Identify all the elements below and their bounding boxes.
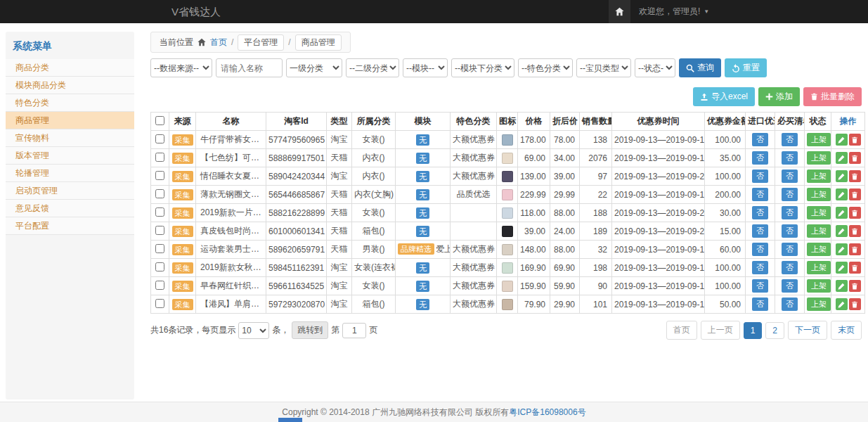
sidebar-item-module-goods-category[interactable]: 模块商品分类 (6, 77, 134, 94)
sidebar-item-feature-category[interactable]: 特色分类 (6, 94, 134, 112)
delete-button[interactable] (849, 243, 861, 255)
row-checkbox[interactable] (155, 299, 164, 308)
filter-item-type-select[interactable]: --宝贝类型-- (576, 58, 631, 77)
must-buy-toggle-button[interactable]: 否 (782, 133, 798, 146)
row-checkbox[interactable] (155, 226, 164, 235)
product-name[interactable]: 牛仔背带裤女秋装减龄... (196, 131, 266, 149)
status-button[interactable]: 上架 (807, 261, 831, 274)
row-checkbox[interactable] (155, 134, 164, 143)
import-toggle-button[interactable]: 否 (752, 298, 768, 311)
must-buy-toggle-button[interactable]: 否 (782, 151, 798, 165)
status-button[interactable]: 上架 (807, 170, 831, 183)
filter-status-select[interactable]: --状态-- (635, 58, 675, 77)
filter-level1-select[interactable]: 一级分类 (286, 58, 342, 77)
jump-page-input[interactable] (342, 323, 366, 338)
pager-button-prev[interactable]: 上一页 (701, 321, 740, 340)
sidebar-item-feedback[interactable]: 意见反馈 (6, 200, 134, 217)
import-toggle-button[interactable]: 否 (752, 243, 768, 256)
pager-button-last[interactable]: 末页 (831, 321, 862, 340)
must-buy-toggle-button[interactable]: 否 (782, 170, 798, 183)
row-checkbox[interactable] (155, 153, 164, 162)
product-name[interactable]: 【七色纺】可爱纯棉家... (196, 149, 266, 167)
sidebar-item-goods-manage[interactable]: 商品管理 (6, 112, 134, 129)
row-checkbox[interactable] (155, 171, 164, 180)
import-toggle-button[interactable]: 否 (752, 133, 768, 146)
status-button[interactable]: 上架 (807, 279, 831, 293)
must-buy-toggle-button[interactable]: 否 (782, 243, 798, 256)
import-toggle-button[interactable]: 否 (752, 206, 768, 219)
delete-button[interactable] (849, 188, 861, 200)
batch-delete-button[interactable]: 批量删除 (803, 87, 862, 106)
filter-module-select[interactable]: --模块-- (403, 58, 448, 77)
filter-feature-select[interactable]: --特色分类-- (518, 58, 573, 77)
import-excel-button[interactable]: 导入excel (693, 87, 755, 106)
must-buy-toggle-button[interactable]: 否 (782, 224, 798, 238)
must-buy-toggle-button[interactable]: 否 (782, 279, 798, 293)
delete-button[interactable] (849, 170, 861, 182)
edit-button[interactable] (836, 262, 848, 274)
sidebar-item-version-manage[interactable]: 版本管理 (6, 147, 134, 165)
status-button[interactable]: 上架 (807, 188, 831, 201)
edit-button[interactable] (836, 280, 848, 292)
pager-button-1[interactable]: 1 (744, 322, 763, 339)
delete-button[interactable] (849, 207, 861, 219)
edit-button[interactable] (836, 170, 848, 182)
delete-button[interactable] (849, 262, 861, 274)
edit-button[interactable] (836, 207, 848, 219)
sidebar-item-platform-config[interactable]: 平台配置 (6, 217, 134, 235)
delete-button[interactable] (849, 280, 861, 292)
delete-button[interactable] (849, 152, 861, 164)
product-name[interactable]: 【港风】单肩斜挎链条... (196, 295, 266, 314)
row-checkbox[interactable] (155, 207, 164, 217)
filter-source-select[interactable]: --数据来源-- (150, 58, 212, 77)
product-name[interactable]: 薄款无钢圈文胸聚拢性... (196, 186, 266, 204)
edit-button[interactable] (836, 225, 848, 237)
product-name[interactable]: 真皮钱包时尚优雅女士... (196, 222, 266, 241)
product-name[interactable]: 2019新款一片式系... (196, 204, 266, 222)
sidebar-item-promo-material[interactable]: 宣传物料 (6, 129, 134, 147)
pager-button-first[interactable]: 首页 (666, 321, 697, 340)
home-button[interactable] (609, 0, 630, 23)
product-name[interactable]: 运动套装男士卫衣初秋... (196, 241, 266, 259)
select-all-checkbox[interactable] (155, 116, 164, 125)
import-toggle-button[interactable]: 否 (752, 188, 768, 201)
edit-button[interactable] (836, 298, 848, 310)
sidebar-item-carousel-manage[interactable]: 轮播管理 (6, 165, 134, 182)
breadcrumb-home-link[interactable]: 首页 (210, 37, 227, 49)
reset-button[interactable]: 重置 (725, 58, 767, 77)
delete-button[interactable] (849, 134, 861, 146)
delete-button[interactable] (849, 225, 861, 237)
pager-button-next[interactable]: 下一页 (788, 321, 827, 340)
must-buy-toggle-button[interactable]: 否 (782, 188, 798, 201)
edit-button[interactable] (836, 243, 848, 255)
user-menu[interactable]: 欢迎您，管理员! ▼ (630, 0, 718, 23)
edit-button[interactable] (836, 134, 848, 146)
product-name[interactable]: 情侣睡衣女夏蕾丝男士... (196, 167, 266, 186)
icp-link[interactable]: 粤ICP备16098006号 (509, 407, 585, 417)
status-button[interactable]: 上架 (807, 151, 831, 165)
add-button[interactable]: 添加 (758, 87, 800, 106)
import-toggle-button[interactable]: 否 (752, 170, 768, 183)
import-toggle-button[interactable]: 否 (752, 279, 768, 293)
edit-button[interactable] (836, 188, 848, 200)
jump-button[interactable]: 跳转到 (292, 321, 328, 339)
per-page-select[interactable]: 10 (238, 322, 269, 339)
sidebar-item-goods-category[interactable]: 商品分类 (6, 59, 134, 77)
product-name[interactable]: 2019新款女秋薄款... (196, 259, 266, 277)
must-buy-toggle-button[interactable]: 否 (782, 261, 798, 274)
import-toggle-button[interactable]: 否 (752, 224, 768, 238)
must-buy-toggle-button[interactable]: 否 (782, 298, 798, 311)
status-button[interactable]: 上架 (807, 298, 831, 311)
row-checkbox[interactable] (155, 189, 164, 198)
import-toggle-button[interactable]: 否 (752, 151, 768, 165)
edit-button[interactable] (836, 152, 848, 164)
status-button[interactable]: 上架 (807, 243, 831, 256)
row-checkbox[interactable] (155, 244, 164, 253)
search-button[interactable]: 查询 (679, 58, 721, 77)
breadcrumb-item-platform[interactable]: 平台管理 (238, 34, 284, 51)
filter-module-sub-select[interactable]: --模块下分类-- (451, 58, 514, 77)
row-checkbox[interactable] (155, 281, 164, 290)
must-buy-toggle-button[interactable]: 否 (782, 206, 798, 219)
pager-button-2[interactable]: 2 (765, 322, 784, 339)
import-toggle-button[interactable]: 否 (752, 261, 768, 274)
